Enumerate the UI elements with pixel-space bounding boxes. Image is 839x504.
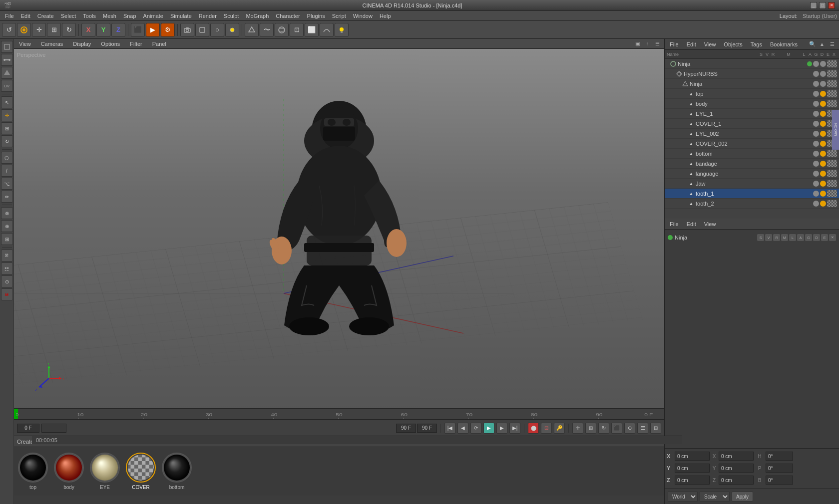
lamp-button[interactable] — [335, 23, 349, 37]
obj-dot-s[interactable] — [813, 181, 819, 187]
time-settings-button[interactable]: ↻ — [598, 423, 609, 434]
obj-eye002[interactable]: ▲ EYE_002 — [665, 129, 839, 139]
lt-bridge[interactable]: ⌥ — [1, 178, 13, 190]
prev-frame-button[interactable]: ◀ — [457, 423, 468, 434]
coord-y-pos[interactable] — [675, 464, 710, 473]
obj-dot-s[interactable] — [813, 131, 819, 137]
lt-mode-uv[interactable]: UV — [1, 80, 13, 92]
om-objects[interactable]: Objects — [722, 41, 744, 48]
timeline-window-button[interactable]: ⊟ — [650, 423, 661, 434]
max-frame-input[interactable] — [396, 424, 416, 433]
obj-dot-s[interactable] — [813, 191, 819, 197]
coord-y-pos2[interactable] — [719, 464, 754, 473]
ph-edit[interactable]: Edit — [685, 221, 698, 228]
vp-icon-1[interactable]: ▣ — [633, 40, 641, 48]
rotate-button[interactable]: ↻ — [62, 23, 76, 37]
menu-snap[interactable]: Snap — [120, 12, 139, 20]
lt-texture[interactable]: ☷ — [1, 262, 13, 274]
ph-view[interactable]: View — [702, 221, 718, 228]
scale-dropdown[interactable]: Scale — [700, 492, 730, 502]
props-icon-l[interactable]: L — [789, 234, 796, 241]
obj-dot-s[interactable] — [813, 161, 819, 167]
obj-cover002[interactable]: ▲ COVER_002 — [665, 139, 839, 149]
menu-file[interactable]: File — [2, 12, 17, 20]
obj-top[interactable]: ▲ top — [665, 89, 839, 99]
lt-hair[interactable]: 髪 — [1, 250, 13, 261]
minimize-button[interactable]: _ — [810, 2, 817, 9]
obj-dot-v[interactable] — [820, 201, 826, 207]
om-view[interactable]: View — [702, 41, 718, 48]
obj-tooth2[interactable]: ▲ tooth_2 — [665, 199, 839, 209]
lt-select[interactable]: ↖ — [1, 96, 13, 108]
close-button[interactable]: ✕ — [828, 2, 835, 9]
coord-z-pos[interactable] — [675, 476, 710, 485]
om-icon-2[interactable]: ☰ — [828, 40, 836, 48]
menu-render[interactable]: Render — [196, 12, 220, 20]
material-item-bottom[interactable]: bottom — [162, 453, 192, 490]
coord-b-val[interactable] — [766, 476, 793, 485]
motion-clip-button[interactable]: ⬛ — [611, 423, 622, 434]
obj-dot-v[interactable] — [820, 101, 826, 107]
obj-cover1[interactable]: ▲ COVER_1 — [665, 119, 839, 129]
obj-dot-v[interactable] — [820, 171, 826, 177]
om-edit[interactable]: Edit — [685, 41, 698, 48]
scale-button[interactable]: ⊞ — [47, 23, 61, 37]
render-region-button[interactable]: ⬛ — [131, 23, 145, 37]
obj-dot-v[interactable] — [820, 111, 826, 117]
obj-dot-v[interactable] — [820, 81, 826, 87]
props-icon-r[interactable]: R — [773, 234, 780, 241]
apply-button[interactable]: Apply — [732, 492, 753, 502]
obj-dot-s[interactable] — [813, 121, 819, 127]
obj-dot-s[interactable] — [813, 111, 819, 117]
coord-x-pos[interactable] — [675, 452, 710, 461]
material-item-eye[interactable]: EYE — [90, 453, 120, 490]
lt-paint[interactable]: ✏ — [1, 191, 13, 203]
menu-mograph[interactable]: MoGraph — [243, 12, 272, 20]
obj-dot-s[interactable] — [813, 141, 819, 147]
record-button-2[interactable]: ⬤ — [528, 423, 539, 434]
go-to-end-button[interactable]: ▶| — [509, 423, 520, 434]
obj-bandage[interactable]: ▲ bandage — [665, 159, 839, 169]
material-item-cover[interactable]: COVER — [126, 453, 156, 490]
lt-scale[interactable]: ⊞ — [1, 122, 13, 134]
frame-input-2[interactable] — [41, 424, 66, 433]
object-button[interactable] — [195, 23, 209, 37]
lt-mirror[interactable]: ⊕ — [1, 220, 13, 232]
obj-ninja-root[interactable]: Ninja — [665, 59, 839, 69]
move-keys-button[interactable]: ✛ — [572, 423, 583, 434]
props-icon-a[interactable]: A — [797, 234, 804, 241]
move-button[interactable]: ✛ — [32, 23, 46, 37]
coord-h-val[interactable] — [766, 452, 793, 461]
lt-mode-polygon[interactable] — [1, 67, 13, 79]
current-frame-input[interactable] — [17, 424, 39, 433]
viewport[interactable]: Perspective — [14, 49, 664, 408]
key-button[interactable]: 🔑 — [554, 423, 565, 434]
obj-ninja-sub[interactable]: Ninja — [665, 79, 839, 89]
render-button[interactable]: ▶ — [146, 23, 160, 37]
record-button[interactable]: ⟳ — [470, 423, 481, 434]
obj-dot-v[interactable] — [820, 91, 826, 97]
om-icon-1[interactable]: ▲ — [818, 40, 826, 48]
world-dropdown[interactable]: World — [668, 492, 698, 502]
vp-icon-3[interactable]: ☰ — [653, 40, 661, 48]
sky-button[interactable] — [320, 23, 334, 37]
lt-array[interactable]: ⊞ — [1, 233, 13, 245]
menu-create[interactable]: Create — [34, 12, 57, 20]
vh-options[interactable]: Options — [99, 40, 122, 47]
om-tags[interactable]: Tags — [749, 41, 764, 48]
spline-button[interactable]: 〜 — [260, 23, 274, 37]
lt-mode-points[interactable] — [1, 41, 13, 53]
vp-icon-2[interactable]: ↑ — [643, 40, 651, 48]
menu-plugins[interactable]: Plugins — [304, 12, 328, 20]
props-icon-g[interactable]: G — [805, 234, 812, 241]
vh-filter[interactable]: Filter — [128, 40, 144, 47]
go-to-start-button[interactable]: |◀ — [444, 423, 455, 434]
obj-tooth1[interactable]: ▲ tooth_1 — [665, 189, 839, 199]
props-icon-v[interactable]: V — [765, 234, 772, 241]
auto-key-button[interactable]: ⊡ — [541, 423, 552, 434]
vh-cameras[interactable]: Cameras — [39, 40, 65, 47]
light-button[interactable] — [225, 23, 239, 37]
obj-body[interactable]: ▲ body — [665, 99, 839, 109]
floor-button[interactable]: ⬜ — [305, 23, 319, 37]
props-icon-d[interactable]: D — [813, 234, 820, 241]
